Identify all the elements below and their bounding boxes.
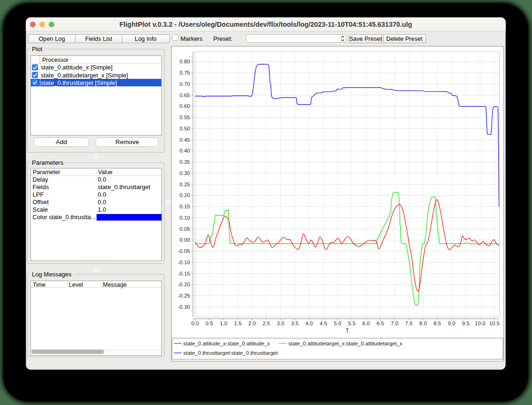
svg-text:-0.20: -0.20	[178, 282, 190, 287]
svg-text:10.5: 10.5	[489, 321, 499, 326]
svg-text:state_0.thrusttarget:state_0.t: state_0.thrusttarget:state_0.thrusttarge…	[183, 350, 278, 356]
svg-text:1.0: 1.0	[220, 321, 227, 326]
svg-text:3.0: 3.0	[277, 321, 285, 326]
svg-text:0.35: 0.35	[180, 159, 190, 165]
svg-text:3.5: 3.5	[291, 321, 299, 326]
svg-text:5.0: 5.0	[334, 321, 341, 326]
svg-text:-0.25: -0.25	[178, 293, 190, 298]
svg-text:0.60: 0.60	[180, 103, 190, 109]
svg-text:0.65: 0.65	[180, 92, 190, 98]
svg-text:0.30: 0.30	[180, 170, 190, 176]
svg-text:0.70: 0.70	[180, 81, 190, 87]
svg-text:0.05: 0.05	[180, 226, 190, 232]
svg-text:T: T	[345, 328, 349, 334]
svg-text:2.0: 2.0	[248, 321, 256, 326]
svg-text:0.80: 0.80	[180, 59, 190, 64]
svg-text:0.40: 0.40	[180, 148, 190, 153]
svg-text:0.0: 0.0	[191, 321, 199, 326]
svg-text:7.0: 7.0	[391, 321, 398, 326]
svg-text:6.0: 6.0	[362, 321, 370, 326]
svg-text:0.75: 0.75	[180, 70, 190, 76]
svg-text:-0.05: -0.05	[178, 248, 190, 254]
svg-text:0.10: 0.10	[180, 215, 190, 221]
svg-text:1.5: 1.5	[234, 321, 241, 326]
svg-text:4.0: 4.0	[305, 321, 313, 326]
svg-text:-0.10: -0.10	[178, 260, 190, 265]
svg-text:-0.30: -0.30	[178, 304, 190, 310]
svg-text:6.5: 6.5	[376, 321, 384, 326]
svg-text:2.5: 2.5	[262, 321, 270, 326]
svg-text:4.5: 4.5	[320, 321, 327, 326]
svg-text:9.5: 9.5	[462, 321, 470, 326]
svg-text:9.0: 9.0	[448, 321, 455, 326]
svg-text:0.50: 0.50	[180, 126, 190, 131]
svg-text:0.00: 0.00	[180, 237, 190, 243]
svg-text:0.15: 0.15	[180, 204, 190, 209]
svg-text:0.5: 0.5	[206, 321, 213, 326]
svg-text:0.55: 0.55	[180, 115, 190, 120]
svg-text:7.5: 7.5	[405, 321, 412, 326]
svg-text:0.25: 0.25	[180, 182, 190, 187]
svg-text:state_0.attitudetarget_x:state: state_0.attitudetarget_x:state_0.attitud…	[288, 341, 403, 346]
svg-text:10.0: 10.0	[475, 321, 485, 326]
svg-text:8.0: 8.0	[420, 321, 427, 326]
svg-text:0.20: 0.20	[180, 192, 190, 198]
svg-text:5.5: 5.5	[348, 321, 356, 326]
svg-text:-0.15: -0.15	[178, 271, 190, 276]
svg-text:8.5: 8.5	[434, 321, 441, 326]
svg-text:0.45: 0.45	[180, 137, 190, 143]
svg-text:state_0.attitude_x:state_0.att: state_0.attitude_x:state_0.attitude_x	[183, 341, 270, 346]
